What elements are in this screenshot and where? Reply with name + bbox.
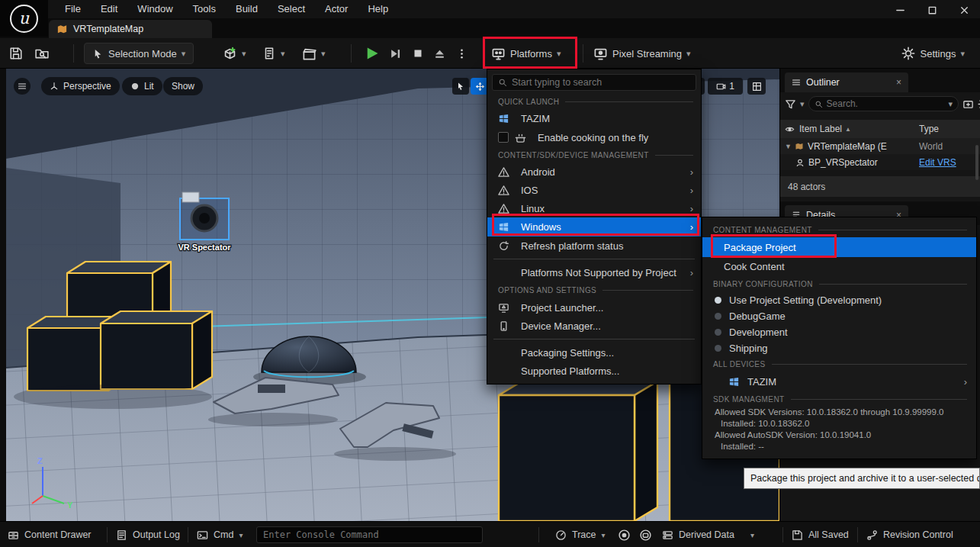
all-saved-button[interactable]: All Saved — [792, 522, 849, 547]
menu-window[interactable]: Window — [127, 0, 182, 18]
insights-button[interactable] — [618, 522, 631, 547]
cooking-checkbox[interactable] — [498, 132, 509, 143]
column-item-label[interactable]: Item Label — [799, 124, 842, 134]
expand-arrow-icon[interactable]: ▼ — [785, 143, 792, 150]
close-button[interactable] — [948, 0, 980, 20]
play-options-kebab[interactable] — [456, 43, 468, 63]
cinematics-dropdown[interactable]: ▾ — [302, 43, 326, 63]
menu-tools[interactable]: Tools — [183, 0, 226, 18]
vr-spectator-actor: VR Spectator — [178, 192, 231, 252]
menu-item-cook-content[interactable]: Cook Content — [702, 257, 976, 275]
tab-vrtemplatemap[interactable]: VRTemplateMap — [49, 20, 212, 38]
chevron-down-icon: ▾ — [281, 49, 285, 59]
console-command-input[interactable] — [263, 529, 476, 540]
selection-mode-dropdown[interactable]: Selection Mode ▾ — [84, 43, 194, 64]
menu-item-windows[interactable]: Windows › — [487, 217, 701, 236]
menu-item-tazim[interactable]: TAZIM — [487, 109, 701, 127]
filter-icon[interactable] — [785, 98, 796, 110]
menu-item-device-manager[interactable]: Device Manager... — [487, 317, 701, 335]
viewport-maximize-button[interactable] — [747, 78, 766, 95]
column-type[interactable]: Type — [919, 124, 975, 134]
outliner-search[interactable]: ▾ — [808, 96, 959, 111]
menu-item-android[interactable]: Android › — [487, 162, 701, 181]
radio-debuggame[interactable]: DebugGame — [702, 308, 976, 324]
console-command-field[interactable] — [256, 526, 483, 543]
trace-dropdown[interactable]: Trace ▾ — [555, 522, 606, 547]
settings-dropdown[interactable]: Settings ▾ — [901, 43, 965, 63]
outliner-row-world[interactable]: ▼ VRTemplateMap (E World — [780, 138, 980, 154]
maximize-button[interactable] — [916, 0, 948, 20]
menu-item-ios[interactable]: IOS › — [487, 181, 701, 199]
viewport-show-dropdown[interactable]: Show — [163, 77, 203, 95]
menu-item-label: Shipping — [729, 343, 768, 354]
tab-outliner[interactable]: Outliner × — [785, 72, 908, 92]
radio-use-project-setting[interactable]: Use Project Setting (Development) — [702, 292, 976, 308]
add-item-icon[interactable] — [962, 98, 974, 110]
edit-blueprint-link[interactable]: Edit VRS — [919, 157, 975, 168]
menu-item-platforms-not-supported[interactable]: Platforms Not Supported by Project › — [487, 263, 701, 282]
output-log-button[interactable]: Output Log — [116, 522, 180, 547]
chevron-down-icon: ▾ — [960, 49, 965, 59]
outliner-search-input[interactable] — [827, 98, 945, 109]
menu-item-label: DebugGame — [729, 311, 786, 322]
menu-item-enable-cooking[interactable]: Enable cooking on the fly — [487, 127, 701, 147]
camera-circle-icon — [639, 529, 652, 542]
menu-file[interactable]: File — [55, 0, 91, 18]
screenshot-button[interactable] — [639, 522, 652, 547]
derived-data-label: Derived Data — [679, 529, 734, 540]
viewport-perspective-dropdown[interactable]: Perspective — [41, 77, 120, 95]
camera-icon — [716, 82, 726, 92]
menu-item-package-project[interactable]: Package Project — [702, 237, 976, 257]
menu-item-label: Refresh platform status — [521, 240, 623, 252]
terminal-icon — [197, 529, 208, 541]
revision-control-button[interactable]: Revision Control — [866, 522, 953, 547]
close-icon[interactable]: × — [896, 77, 901, 88]
menu-help[interactable]: Help — [358, 0, 398, 18]
eye-icon[interactable] — [785, 124, 795, 134]
unreal-logo[interactable]: u — [0, 0, 48, 37]
toolbar-separator — [351, 44, 352, 63]
menu-build[interactable]: Build — [226, 0, 268, 18]
outliner-row-spectator[interactable]: BP_VRSpectator Edit VRS — [780, 154, 980, 170]
outliner-column-header[interactable]: Item Label ▲ Type — [780, 120, 980, 138]
cmd-dropdown[interactable]: Cmd ▾ — [197, 522, 243, 547]
camera-speed-button[interactable]: 1 — [708, 78, 743, 95]
menu-edit[interactable]: Edit — [91, 0, 127, 18]
settings-label: Settings — [920, 48, 956, 60]
platforms-search[interactable] — [492, 74, 696, 91]
menu-item-linux[interactable]: Linux › — [487, 199, 701, 217]
blueprints-dropdown[interactable]: ▾ — [262, 43, 285, 63]
radio-development[interactable]: Development — [702, 324, 976, 340]
save-icon — [9, 47, 23, 60]
minimize-button[interactable] — [884, 0, 916, 20]
platforms-dropdown[interactable]: Platforms ▾ — [491, 43, 561, 63]
content-drawer-button[interactable]: Content Drawer — [8, 522, 92, 547]
outliner-scrollbar[interactable] — [975, 145, 978, 180]
select-tool-button[interactable] — [452, 78, 469, 95]
play-button[interactable] — [365, 43, 380, 63]
viewport-options-button[interactable] — [14, 78, 31, 95]
menu-item-refresh-platform-status[interactable]: Refresh platform status — [487, 236, 701, 255]
vr-spectator-label: VR Spectator — [178, 243, 231, 252]
platforms-search-input[interactable] — [512, 77, 690, 88]
radio-shipping[interactable]: Shipping — [702, 340, 976, 356]
gear-icon — [901, 47, 915, 60]
menu-item-tazim-device[interactable]: TAZIM › — [702, 372, 976, 391]
pixel-streaming-dropdown[interactable]: Pixel Streaming ▾ — [593, 43, 691, 63]
stop-button[interactable] — [412, 43, 424, 63]
menu-select[interactable]: Select — [268, 0, 315, 18]
menu-actor[interactable]: Actor — [315, 0, 358, 18]
add-actor-dropdown[interactable]: ▾ — [223, 43, 246, 63]
browse-content-button[interactable] — [35, 43, 49, 63]
eject-button[interactable] — [433, 43, 446, 63]
menu-item-label: Linux — [521, 203, 545, 214]
skip-frame-button[interactable] — [389, 43, 402, 63]
blueprint-icon — [262, 47, 276, 60]
save-button[interactable] — [9, 43, 23, 63]
derived-data-dropdown[interactable]: Derived Data ▾ — [662, 522, 754, 547]
menu-item-packaging-settings[interactable]: Packaging Settings... — [487, 343, 701, 362]
menu-item-project-launcher[interactable]: Project Launcher... — [487, 298, 701, 317]
menu-item-supported-platforms[interactable]: Supported Platforms... — [487, 362, 701, 380]
viewport-lit-dropdown[interactable]: Lit — [122, 77, 162, 95]
chevron-down-icon: ▾ — [949, 99, 953, 109]
